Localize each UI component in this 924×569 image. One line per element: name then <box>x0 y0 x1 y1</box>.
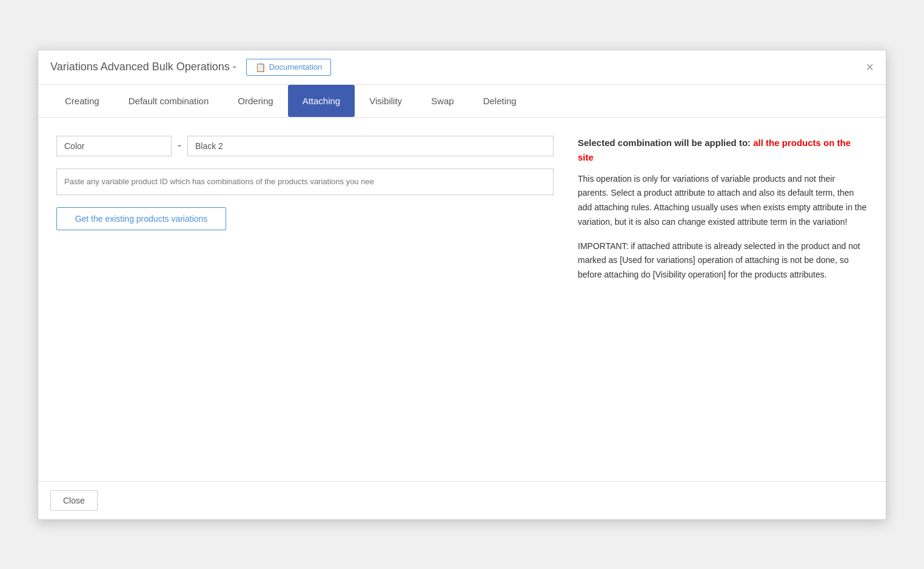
dialog-close-x-button[interactable]: × <box>866 61 874 74</box>
close-button[interactable]: Close <box>50 490 98 511</box>
get-variations-button[interactable]: Get the existing products variations <box>56 207 226 230</box>
documentation-button[interactable]: 📋 Documentation <box>246 59 331 76</box>
tab-swap[interactable]: Swap <box>417 85 469 117</box>
info-text: This operation is only for variations of… <box>578 172 868 283</box>
right-panel: Selected combination will be applied to:… <box>578 136 868 469</box>
tab-deleting[interactable]: Deleting <box>469 85 531 117</box>
tab-visibility[interactable]: Visibility <box>355 85 417 117</box>
left-panel: - Get the existing products variations <box>56 136 554 469</box>
attribute-name-input[interactable] <box>56 136 172 156</box>
tab-default-combination[interactable]: Default combination <box>114 85 224 117</box>
main-dialog: Variations Advanced Bulk Operations - 📋 … <box>38 50 886 520</box>
info-para-2: IMPORTANT: if attached attribute is alre… <box>578 239 868 282</box>
selected-combo-text: Selected combination will be applied to:… <box>578 136 868 165</box>
tab-creating[interactable]: Creating <box>50 85 114 117</box>
attribute-row: - <box>56 136 554 156</box>
selected-prefix: Selected combination will be applied to: <box>578 138 753 148</box>
tab-ordering[interactable]: Ordering <box>223 85 287 117</box>
dialog-header: Variations Advanced Bulk Operations - 📋 … <box>38 50 886 85</box>
book-icon: 📋 <box>255 62 266 72</box>
dash-separator: - <box>178 139 181 152</box>
dialog-body: - Get the existing products variations S… <box>38 118 886 481</box>
info-para-1: This operation is only for variations of… <box>578 172 868 230</box>
tab-attaching[interactable]: Attaching <box>288 85 355 117</box>
title-area: Variations Advanced Bulk Operations - 📋 … <box>50 59 331 76</box>
tabs-bar: Creating Default combination Ordering At… <box>38 85 886 118</box>
dialog-title: Variations Advanced Bulk Operations - <box>50 61 236 73</box>
attribute-value-input[interactable] <box>187 136 554 156</box>
dialog-footer: Close <box>38 481 886 519</box>
product-id-input[interactable] <box>56 168 554 195</box>
